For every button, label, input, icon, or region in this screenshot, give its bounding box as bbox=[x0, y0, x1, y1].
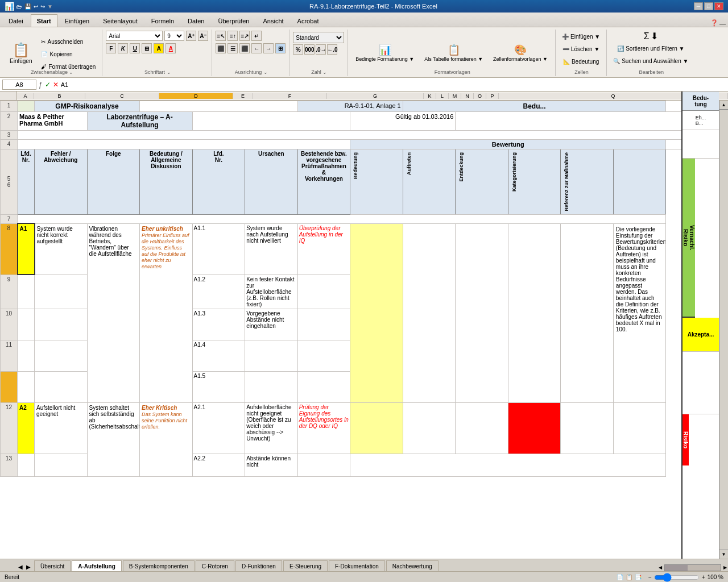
a2-auftreten-val[interactable] bbox=[403, 402, 456, 454]
a1-kategorisierung-val[interactable] bbox=[508, 223, 561, 402]
restore-button[interactable]: □ bbox=[704, 2, 713, 10]
a1-3-lfd: A1.3 bbox=[192, 309, 245, 340]
table-row: 4 Bewertung bbox=[1, 140, 719, 149]
comma-button[interactable]: 000 bbox=[304, 44, 315, 55]
a1-bedeutung-val[interactable] bbox=[350, 223, 403, 402]
h-scrollbar-track[interactable] bbox=[664, 564, 721, 571]
tab-nachbewertung[interactable]: Nachbewertung bbox=[386, 560, 439, 571]
font-family-select[interactable]: Arial bbox=[106, 31, 163, 41]
sort-filter-button[interactable]: 🔃Sortieren und Filtern ▼ bbox=[614, 43, 687, 54]
tab-ueberpruefen[interactable]: Überprüfen bbox=[212, 14, 255, 27]
scroll-left-button[interactable]: ◀ bbox=[657, 564, 663, 571]
tab-datei[interactable]: Datei bbox=[2, 14, 30, 27]
close-button[interactable]: ✕ bbox=[714, 2, 723, 10]
a2-1-ursachen: Aufstelloberfläche nicht geeignet (Oberf… bbox=[245, 402, 298, 454]
a1-entdeckung-val[interactable] bbox=[456, 223, 508, 402]
scroll-up-button[interactable]: ▲ bbox=[719, 101, 728, 110]
fehler-header: Fehler /Abweichung bbox=[35, 149, 88, 215]
tab-daten[interactable]: Daten bbox=[181, 14, 210, 27]
italic-button[interactable]: K bbox=[118, 43, 128, 53]
a2-lfd-nr[interactable]: A2 bbox=[18, 402, 35, 454]
ribbon-minimize-icon[interactable]: — bbox=[719, 20, 726, 27]
a2-kategorisierung-val[interactable] bbox=[508, 402, 561, 454]
tab-d-funktionen[interactable]: D-Funktionen bbox=[235, 560, 282, 571]
col-header-B: B bbox=[34, 93, 85, 99]
zellen-loeschen-button[interactable]: ➖Löschen ▼ bbox=[560, 43, 602, 55]
doc-ref-cell: RA-9.1-01, Anlage 1 bbox=[297, 101, 403, 112]
a2-q-val bbox=[613, 402, 666, 454]
align-left-button[interactable]: ⬛ bbox=[216, 43, 226, 53]
zellenformatvorlagen-button[interactable]: 🎨 Zellenformatvorlagen ▼ bbox=[489, 41, 552, 64]
scroll-right-button[interactable]: ▶ bbox=[722, 564, 728, 571]
align-center-button[interactable]: ☰ bbox=[228, 43, 238, 53]
format-button[interactable]: 📐Bedeutung bbox=[560, 56, 602, 67]
zellen-einfuegen-button[interactable]: ➕Einfügen ▼ bbox=[559, 31, 603, 42]
ribbon-group-zwischenablage: 📋 Einfügen ✂Ausschneiden 📄Kopieren 🖌Form… bbox=[2, 30, 102, 76]
copy-button[interactable]: 📄Kopieren bbox=[38, 48, 98, 60]
scroll-down-button[interactable]: ▼ bbox=[719, 550, 728, 559]
tab-e-steuerung[interactable]: E-Steuerung bbox=[283, 560, 328, 571]
data-row-a1: 8 A1 System wurde nicht korrekt aufgeste… bbox=[1, 223, 719, 275]
font-color-button[interactable]: A bbox=[166, 43, 176, 53]
a2-entdeckung-val[interactable] bbox=[456, 402, 508, 454]
cut-button[interactable]: ✂Ausschneiden bbox=[38, 36, 98, 47]
a2-referenz-val[interactable] bbox=[561, 402, 614, 454]
bold-button[interactable]: F bbox=[106, 43, 116, 53]
align-middle-center-button[interactable]: ≡↑ bbox=[228, 31, 238, 41]
decrease-decimal-button[interactable]: ←.0 bbox=[327, 44, 337, 55]
tab-einfuegen[interactable]: Einfügen bbox=[59, 14, 96, 27]
tab-start[interactable]: Start bbox=[31, 14, 57, 27]
a1-auftreten-val[interactable] bbox=[403, 223, 456, 402]
als-tabelle-button[interactable]: 📋 Als Tabelle formatieren ▼ bbox=[420, 41, 487, 64]
view-layout-button[interactable]: 📋 bbox=[626, 574, 632, 580]
h-scrollbar-thumb[interactable] bbox=[665, 565, 688, 571]
bedingte-formatierung-button[interactable]: 📊 Bedingte Formatierung ▼ bbox=[351, 41, 418, 64]
tab-acrobat[interactable]: Acrobat bbox=[291, 14, 325, 27]
risiko-label: Risiko bbox=[682, 414, 689, 465]
paste-button[interactable]: 📋 Einfügen bbox=[5, 39, 37, 67]
wrap-text-button[interactable]: ↵ bbox=[251, 31, 262, 41]
help-icon[interactable]: ❓ bbox=[710, 19, 718, 27]
cell-reference-input[interactable]: A8 bbox=[2, 80, 36, 90]
border-button[interactable]: ⊞ bbox=[142, 43, 152, 53]
tab-ubersicht[interactable]: Übersicht bbox=[34, 560, 71, 571]
formula-input[interactable]: A1 bbox=[61, 80, 726, 90]
tab-formeln[interactable]: Formeln bbox=[145, 14, 180, 27]
a1-referenz-val[interactable] bbox=[561, 223, 614, 402]
view-page-button[interactable]: 📑 bbox=[635, 574, 642, 580]
a1-lfd-nr[interactable]: A1 bbox=[18, 223, 35, 275]
find-select-button[interactable]: 🔍Suchen und Auswählen ▼ bbox=[610, 55, 691, 66]
col-header-E: E bbox=[233, 93, 253, 99]
tab-c-rotoren[interactable]: C-Rotoren bbox=[196, 560, 234, 571]
indent-less-button[interactable]: ← bbox=[251, 43, 262, 53]
zellen-label: Zellen bbox=[557, 69, 606, 75]
tab-b-systemkomponenten[interactable]: B-Systemkomponenten bbox=[123, 560, 195, 571]
view-normal-button[interactable]: 📄 bbox=[617, 574, 623, 580]
align-top-left-button[interactable]: ≡↖ bbox=[216, 31, 226, 41]
font-grow-button[interactable]: A⁺ bbox=[186, 31, 196, 41]
a2-bedeutung-val[interactable] bbox=[350, 402, 403, 454]
next-sheet-button[interactable]: ▶ bbox=[25, 563, 32, 571]
col-header-D: D bbox=[159, 93, 233, 99]
tab-seitenlayout[interactable]: Seitenlayout bbox=[97, 14, 144, 27]
minimize-button[interactable]: ─ bbox=[694, 2, 703, 10]
underline-button[interactable]: U bbox=[130, 43, 140, 53]
tab-a-aufstellung[interactable]: A-Aufstellung bbox=[72, 560, 122, 571]
prev-sheet-button[interactable]: ◀ bbox=[17, 563, 24, 571]
align-bottom-right-button[interactable]: ≡↗ bbox=[239, 31, 250, 41]
zoom-out-button[interactable]: − bbox=[648, 574, 652, 580]
font-size-select[interactable]: 9 bbox=[164, 31, 184, 41]
indent-more-button[interactable]: → bbox=[263, 43, 274, 53]
window-controls[interactable]: ─ □ ✕ bbox=[694, 2, 723, 10]
increase-decimal-button[interactable]: .0→ bbox=[316, 44, 326, 55]
zoom-slider[interactable] bbox=[654, 573, 700, 582]
merge-center-button[interactable]: ⊞ bbox=[275, 43, 286, 53]
tab-ansicht[interactable]: Ansicht bbox=[257, 14, 289, 27]
percent-button[interactable]: % bbox=[293, 44, 303, 55]
font-shrink-button[interactable]: A⁻ bbox=[198, 31, 208, 41]
fill-color-button[interactable]: A bbox=[154, 43, 164, 53]
number-format-select[interactable]: Standard bbox=[293, 32, 344, 43]
align-right-button[interactable]: ⬛ bbox=[239, 43, 250, 53]
zoom-in-button[interactable]: + bbox=[702, 574, 705, 580]
tab-f-dokumentation[interactable]: F-Dokumentation bbox=[329, 560, 385, 571]
